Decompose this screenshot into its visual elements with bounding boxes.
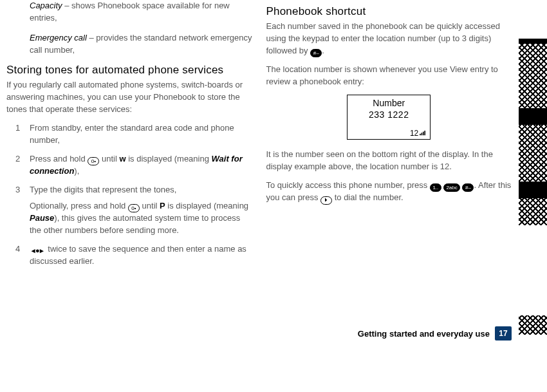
- step-body: Type the digits that represent the tones…: [30, 184, 252, 237]
- signal-icon: [420, 131, 426, 136]
- shortcut-paragraph-1: Each number saved in the phonebook can b…: [266, 21, 512, 57]
- phone-display-example: Number 233 1222 12: [347, 95, 431, 140]
- definition-term: Emergency call: [30, 33, 87, 42]
- step-2: 2 Press and hold 0• until w is displayed…: [15, 153, 252, 178]
- hash-key-icon: #–: [462, 183, 474, 192]
- svg-rect-1: [422, 133, 423, 135]
- svg-rect-3: [425, 131, 426, 135]
- pause-label: Pause: [30, 213, 54, 223]
- step-body: From standby, enter the standard area co…: [30, 122, 252, 147]
- page-footer: Getting started and everyday use 17: [0, 326, 512, 341]
- definition-capacity: Capacity – shows Phonebook space availab…: [30, 0, 252, 24]
- text-fragment: to dial the number.: [335, 192, 403, 202]
- display-title: Number: [351, 98, 426, 108]
- definition-term: Capacity: [30, 1, 62, 10]
- step-4: 4 ◂●▸ twice to save the sequence and the…: [15, 243, 252, 268]
- heading-phonebook-shortcut: Phonebook shortcut: [266, 5, 512, 18]
- text-fragment: ), this gives the automated system time …: [30, 213, 240, 235]
- text-fragment: is displayed (meaning: [167, 201, 248, 210]
- shortcut-paragraph-3: It is the number seen on the bottom righ…: [266, 149, 512, 173]
- intro-paragraph: If you regularly call automated phone sy…: [6, 79, 252, 116]
- left-column: Capacity – shows Phonebook space availab…: [6, 0, 252, 274]
- svg-rect-0: [420, 134, 421, 135]
- hash-key-icon: #–: [310, 49, 322, 57]
- definition-emergency-call: Emergency call – provides the standard n…: [30, 32, 252, 57]
- step-3: 3 Type the digits that represent the ton…: [15, 184, 252, 237]
- text-fragment: until: [102, 154, 119, 163]
- step-number: 1: [15, 122, 23, 147]
- manual-page: Capacity – shows Phonebook space availab…: [0, 0, 547, 392]
- text-fragment: is displayed (meaning: [128, 154, 211, 163]
- step-1: 1 From standby, enter the standard area …: [15, 122, 252, 147]
- section-title: Getting started and everyday use: [358, 329, 490, 339]
- step-number: 2: [15, 153, 23, 178]
- shortcut-paragraph-4: To quickly access this phone number, pre…: [266, 180, 512, 205]
- nav-diamond-icon: ◂●▸: [30, 247, 46, 255]
- thumb-index-strip-lower: [519, 315, 547, 335]
- shortcut-paragraph-2: The location number is shown whenever yo…: [266, 64, 512, 88]
- step-3-optional: Optionally, press and hold 0• until P is…: [30, 200, 252, 237]
- text-fragment: twice to save the sequence and then ente…: [30, 244, 246, 266]
- display-location-number: 12: [410, 129, 418, 138]
- thumb-index-strip: [519, 39, 547, 225]
- text-fragment: To quickly access this phone number, pre…: [266, 180, 430, 190]
- zero-key-icon: 0•: [128, 204, 140, 212]
- p-glyph-icon: P: [160, 201, 165, 210]
- two-column-layout: Capacity – shows Phonebook space availab…: [6, 0, 512, 274]
- step-body: ◂●▸ twice to save the sequence and then …: [30, 243, 252, 268]
- step-number: 3: [15, 184, 23, 237]
- text-fragment: Optionally, press and hold: [30, 201, 128, 210]
- display-number: 233 1222: [351, 109, 426, 120]
- call-key-icon: ⏵: [320, 196, 332, 205]
- text-fragment: ),: [74, 166, 79, 176]
- one-key-icon: 1..: [430, 183, 441, 192]
- step-number: 4: [15, 243, 23, 268]
- two-key-icon: 2abc: [443, 183, 459, 192]
- text-fragment: Press and hold: [30, 154, 88, 163]
- text-fragment: Type the digits that represent the tones…: [30, 185, 176, 194]
- step-body: Press and hold 0• until w is displayed (…: [30, 153, 252, 178]
- w-glyph-icon: w: [119, 154, 125, 163]
- text-fragment: .: [322, 46, 324, 55]
- page-number-badge: 17: [495, 326, 512, 341]
- right-column: Phonebook shortcut Each number saved in …: [266, 0, 512, 274]
- text-fragment: Each number saved in the phonebook can b…: [266, 21, 501, 55]
- svg-rect-2: [423, 131, 424, 135]
- zero-key-icon: 0•: [88, 157, 99, 165]
- display-location-row: 12: [351, 129, 426, 138]
- steps-list: 1 From standby, enter the standard area …: [15, 122, 252, 268]
- heading-storing-tones: Storing tones for automated phone servic…: [6, 64, 252, 77]
- text-fragment: until: [142, 201, 160, 210]
